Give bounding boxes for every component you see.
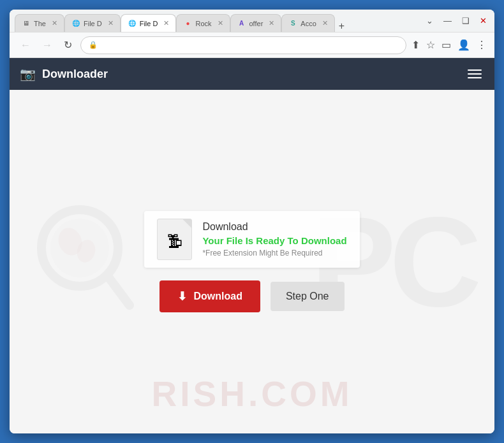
refresh-button[interactable]: ↻ bbox=[61, 38, 75, 52]
title-bar: 🖥 The ✕ 🌐 File D ✕ 🌐 File D ✕ ● Rock ✕ A bbox=[10, 10, 494, 33]
download-label: Download bbox=[193, 291, 242, 302]
tab-1[interactable]: 🖥 The ✕ bbox=[15, 14, 64, 32]
sidebar-icon[interactable]: ▭ bbox=[441, 39, 451, 51]
tab-5-label: offer bbox=[249, 20, 263, 27]
back-button[interactable]: ← bbox=[17, 38, 34, 52]
minimize-button[interactable]: — bbox=[441, 15, 454, 27]
profile-icon[interactable]: 👤 bbox=[457, 39, 470, 51]
lock-icon: 🔒 bbox=[89, 41, 98, 49]
tab-4-label: Rock bbox=[195, 20, 211, 27]
hamburger-line-3 bbox=[468, 77, 482, 78]
tabs-area: 🖥 The ✕ 🌐 File D ✕ 🌐 File D ✕ ● Rock ✕ A bbox=[15, 10, 416, 32]
tab-5[interactable]: A offer ✕ bbox=[230, 14, 282, 32]
hamburger-line-2 bbox=[468, 73, 482, 75]
tab-5-close[interactable]: ✕ bbox=[269, 19, 274, 27]
brand-name: Downloader bbox=[42, 68, 108, 81]
svg-point-1 bbox=[50, 219, 109, 277]
tab-3-close[interactable]: ✕ bbox=[163, 19, 169, 27]
tab-2[interactable]: 🌐 File D ✕ bbox=[64, 14, 121, 32]
nav-bar: 📷 Downloader bbox=[10, 58, 494, 90]
window-controls: ⌄ — ❑ ✕ bbox=[419, 15, 489, 27]
tab-5-favicon: A bbox=[237, 19, 246, 28]
step-one-button[interactable]: Step One bbox=[271, 282, 345, 311]
file-icon-fold bbox=[182, 219, 191, 228]
tab-6-close[interactable]: ✕ bbox=[322, 19, 328, 27]
browser-window: 🖥 The ✕ 🌐 File D ✕ 🌐 File D ✕ ● Rock ✕ A bbox=[10, 10, 494, 433]
svg-point-3 bbox=[75, 237, 98, 264]
forward-button[interactable]: → bbox=[39, 38, 56, 52]
address-input[interactable]: 🔒 bbox=[80, 36, 406, 54]
magnifier-svg bbox=[35, 203, 137, 318]
tab-2-favicon: 🌐 bbox=[71, 19, 80, 28]
camera-icon: 📷 bbox=[20, 66, 36, 82]
tab-2-label: File D bbox=[84, 20, 102, 27]
bookmark-icon[interactable]: ☆ bbox=[426, 39, 435, 51]
tab-3[interactable]: 🌐 File D ✕ bbox=[121, 14, 177, 32]
file-title: Download bbox=[202, 221, 346, 233]
nav-brand: 📷 Downloader bbox=[20, 66, 108, 82]
hamburger-line-1 bbox=[468, 69, 482, 71]
file-info-text: Download Your File Is Ready To Download … bbox=[202, 221, 346, 258]
tab-4-favicon: ● bbox=[183, 19, 192, 28]
tab-6[interactable]: S Acco ✕ bbox=[281, 14, 334, 32]
new-tab-button[interactable]: + bbox=[335, 20, 348, 32]
zip-icon: 🗜 bbox=[167, 233, 182, 251]
svg-point-0 bbox=[41, 210, 118, 286]
tab-4[interactable]: ● Rock ✕ bbox=[176, 14, 230, 32]
tab-3-favicon: 🌐 bbox=[128, 19, 137, 28]
step-one-label: Step One bbox=[286, 291, 329, 301]
address-bar: ← → ↻ 🔒 ⬆ ☆ ▭ 👤 ⋮ bbox=[10, 33, 494, 58]
tab-4-close[interactable]: ✕ bbox=[218, 19, 223, 27]
watermark-rish-text: RISH.COM bbox=[152, 374, 353, 414]
hamburger-menu[interactable] bbox=[465, 67, 484, 81]
download-button[interactable]: ⬇ Download bbox=[159, 280, 260, 312]
close-button[interactable]: ✕ bbox=[477, 15, 489, 27]
tab-6-label: Acco bbox=[300, 20, 316, 27]
tab-1-favicon: 🖥 bbox=[22, 19, 31, 28]
tab-2-close[interactable]: ✕ bbox=[108, 19, 114, 27]
watermark-magnifier bbox=[35, 203, 137, 321]
svg-point-2 bbox=[55, 224, 86, 259]
collapse-button[interactable]: ⌄ bbox=[424, 15, 436, 27]
main-content: PC RISH.COM 🗜 Download Your File Is Read… bbox=[10, 90, 494, 433]
buttons-row: ⬇ Download Step One bbox=[159, 280, 344, 312]
menu-icon[interactable]: ⋮ bbox=[477, 39, 487, 51]
file-note: *Free Extension Might Be Required bbox=[202, 249, 346, 258]
share-icon[interactable]: ⬆ bbox=[411, 39, 420, 51]
restore-button[interactable]: ❑ bbox=[459, 15, 472, 27]
tab-3-label: File D bbox=[140, 20, 158, 27]
toolbar-icons: ⬆ ☆ ▭ 👤 ⋮ bbox=[411, 39, 487, 51]
file-ready-text: Your File Is Ready To Download bbox=[202, 235, 346, 246]
download-card-wrapper: 🗜 Download Your File Is Ready To Downloa… bbox=[144, 211, 359, 312]
file-info-row: 🗜 Download Your File Is Ready To Downloa… bbox=[144, 211, 359, 268]
tab-6-favicon: S bbox=[288, 19, 297, 28]
download-icon: ⬇ bbox=[177, 289, 187, 303]
file-icon-box: 🗜 bbox=[157, 219, 192, 260]
svg-line-4 bbox=[107, 275, 130, 305]
tab-1-close[interactable]: ✕ bbox=[52, 19, 57, 27]
tab-1-label: The bbox=[34, 20, 46, 27]
